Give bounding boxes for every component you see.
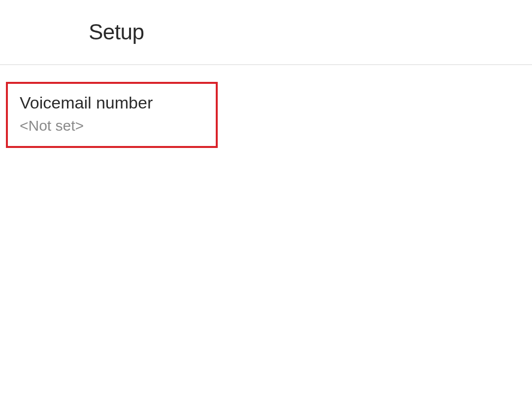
voicemail-number-setting[interactable]: Voicemail number <Not set>	[6, 82, 218, 148]
voicemail-value: <Not set>	[20, 115, 204, 136]
voicemail-label: Voicemail number	[20, 92, 204, 113]
header: Setup	[0, 0, 532, 65]
content-area: Voicemail number <Not set>	[0, 65, 532, 165]
page-title: Setup	[89, 20, 532, 44]
